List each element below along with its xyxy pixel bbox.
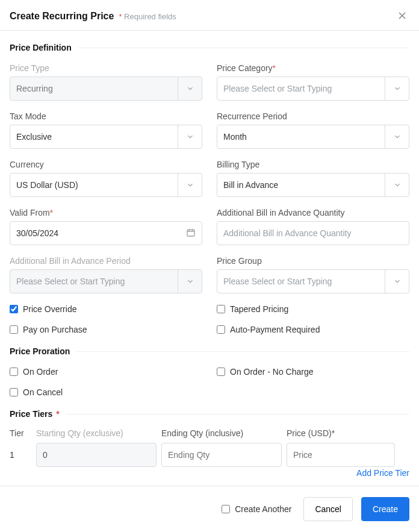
section-title: Price Tiers * bbox=[10, 409, 60, 419]
checkbox-label: Tapered Pricing bbox=[230, 304, 288, 314]
select-value: Month bbox=[223, 132, 403, 142]
section-price-tiers: Price Tiers * bbox=[10, 397, 409, 421]
label-recurrence-period: Recurrence Period bbox=[217, 111, 409, 121]
checkbox-price-override[interactable]: Price Override bbox=[10, 304, 202, 314]
field-additional-bia-period: Additional Bill in Advance Period Please… bbox=[10, 256, 202, 293]
close-button[interactable] bbox=[396, 10, 411, 24]
checkbox-label: Auto-Payment Required bbox=[230, 325, 320, 334]
select-currency[interactable]: US Dollar (USD) bbox=[10, 173, 202, 197]
select-placeholder: Please Select or Start Typing bbox=[223, 277, 403, 286]
checkbox-auto-payment-required[interactable]: Auto-Payment Required bbox=[217, 325, 409, 334]
add-tier-row: Add Price Tier bbox=[10, 467, 409, 478]
tier-ending-qty-wrap bbox=[161, 443, 282, 467]
checkbox-input-tapered-pricing[interactable] bbox=[217, 305, 225, 313]
checkbox-input-pay-on-purchase[interactable] bbox=[10, 325, 18, 334]
tier-row: 1 bbox=[10, 438, 409, 467]
select-price-type[interactable]: Recurring bbox=[10, 77, 202, 101]
checkbox-label: Price Override bbox=[23, 304, 76, 314]
field-currency: Currency US Dollar (USD) bbox=[10, 160, 202, 197]
section-divider bbox=[76, 351, 409, 352]
select-value: Bill in Advance bbox=[223, 180, 403, 190]
svg-rect-0 bbox=[187, 230, 194, 236]
select-price-category[interactable]: Please Select or Start Typing bbox=[217, 77, 409, 101]
checkbox-input-on-cancel[interactable] bbox=[10, 388, 18, 396]
tier-price-input[interactable] bbox=[293, 450, 388, 460]
chevron-down-icon bbox=[385, 174, 409, 196]
tier-starting-qty-input bbox=[43, 450, 150, 460]
tier-price-wrap bbox=[287, 443, 395, 467]
checkbox-on-order-no-charge[interactable]: On Order - No Charge bbox=[217, 367, 409, 377]
checkbox-on-cancel[interactable]: On Cancel bbox=[10, 387, 202, 397]
create-button[interactable]: Create bbox=[361, 497, 409, 521]
add-price-tier-link[interactable]: Add Price Tier bbox=[356, 468, 409, 478]
checkbox-tapered-pricing[interactable]: Tapered Pricing bbox=[217, 304, 409, 314]
field-additional-bia-qty: Additional Bill in Advance Quantity bbox=[217, 208, 409, 245]
tier-index: 1 bbox=[10, 450, 31, 460]
section-title: Price Definition bbox=[10, 43, 72, 52]
tier-starting-qty-wrap bbox=[36, 443, 157, 467]
field-price-type: Price Type Recurring bbox=[10, 63, 202, 101]
required-fields-note: * Required fields bbox=[119, 12, 176, 21]
chevron-down-icon bbox=[385, 270, 409, 293]
tier-ending-qty-input[interactable] bbox=[168, 450, 275, 460]
chevron-down-icon bbox=[385, 125, 409, 148]
section-divider bbox=[66, 414, 409, 415]
calendar-icon bbox=[186, 228, 196, 239]
tiers-col-tier: Tier bbox=[10, 428, 31, 438]
label-price-type: Price Type bbox=[10, 63, 202, 73]
label-currency: Currency bbox=[10, 160, 202, 169]
label-price-group: Price Group bbox=[217, 256, 409, 266]
select-recurrence-period[interactable]: Month bbox=[217, 125, 409, 149]
field-recurrence-period: Recurrence Period Month bbox=[217, 111, 409, 149]
chevron-down-icon bbox=[178, 270, 202, 293]
tiers-header: Tier Starting Qty (exclusive) Ending Qty… bbox=[10, 421, 409, 438]
section-title: Price Proration bbox=[10, 346, 70, 356]
select-value: Exclusive bbox=[16, 132, 196, 142]
checkbox-label: On Order bbox=[23, 367, 58, 377]
select-billing-type[interactable]: Bill in Advance bbox=[217, 173, 409, 197]
select-price-group[interactable]: Please Select or Start Typing bbox=[217, 269, 409, 293]
tiers-col-ending-qty: Ending Qty (inclusive) bbox=[161, 428, 282, 438]
checkbox-create-another[interactable]: Create Another bbox=[222, 504, 291, 514]
field-price-category: Price Category* Please Select or Start T… bbox=[217, 63, 409, 101]
dialog-header: Create Recurring Price * Required fields bbox=[0, 0, 419, 31]
tiers-col-starting-qty: Starting Qty (exclusive) bbox=[36, 428, 157, 438]
chevron-down-icon bbox=[385, 77, 409, 100]
label-additional-bia-period: Additional Bill in Advance Period bbox=[10, 256, 202, 266]
label-billing-type: Billing Type bbox=[217, 160, 409, 169]
checkbox-input-create-another[interactable] bbox=[222, 505, 230, 513]
input-additional-bia-qty-wrap bbox=[217, 221, 409, 245]
checkbox-label: Pay on Purchase bbox=[23, 325, 87, 334]
select-additional-bia-period[interactable]: Please Select or Start Typing bbox=[10, 269, 202, 293]
field-billing-type: Billing Type Bill in Advance bbox=[217, 160, 409, 197]
chevron-down-icon bbox=[178, 174, 202, 196]
section-price-definition: Price Definition bbox=[10, 31, 409, 55]
price-proration-checkboxes: On Order On Order - No Charge On Cancel bbox=[10, 358, 409, 397]
checkbox-input-on-order-no-charge[interactable] bbox=[217, 368, 225, 376]
select-tax-mode[interactable]: Exclusive bbox=[10, 125, 202, 149]
cancel-button[interactable]: Cancel bbox=[303, 497, 353, 521]
field-price-group: Price Group Please Select or Start Typin… bbox=[217, 256, 409, 293]
tiers-col-price: Price (USD)* bbox=[287, 428, 395, 438]
checkbox-label: Create Another bbox=[235, 504, 291, 514]
select-placeholder: Please Select or Start Typing bbox=[223, 84, 403, 93]
checkbox-on-order[interactable]: On Order bbox=[10, 367, 202, 377]
input-valid-from[interactable]: 30/05/2024 bbox=[10, 221, 202, 245]
dialog-body[interactable]: Price Definition Price Type Recurring Pr… bbox=[0, 31, 419, 486]
checkbox-input-auto-payment-required[interactable] bbox=[217, 325, 225, 334]
label-price-category: Price Category* bbox=[217, 63, 409, 73]
label-additional-bia-qty: Additional Bill in Advance Quantity bbox=[217, 208, 409, 217]
price-definition-grid: Price Type Recurring Price Category* Ple… bbox=[10, 55, 409, 293]
checkbox-pay-on-purchase[interactable]: Pay on Purchase bbox=[10, 325, 202, 334]
checkbox-input-price-override[interactable] bbox=[10, 305, 18, 313]
input-additional-bia-qty[interactable] bbox=[223, 222, 403, 245]
select-placeholder: Please Select or Start Typing bbox=[16, 277, 196, 286]
select-value: Recurring bbox=[16, 84, 196, 93]
chevron-down-icon bbox=[178, 77, 202, 100]
field-valid-from: Valid From* 30/05/2024 bbox=[10, 208, 202, 245]
checkbox-input-on-order[interactable] bbox=[10, 368, 18, 376]
checkbox-label: On Cancel bbox=[23, 387, 63, 397]
close-icon bbox=[396, 14, 408, 23]
dialog-footer: Create Another Cancel Create bbox=[0, 486, 419, 532]
label-tax-mode: Tax Mode bbox=[10, 111, 202, 121]
